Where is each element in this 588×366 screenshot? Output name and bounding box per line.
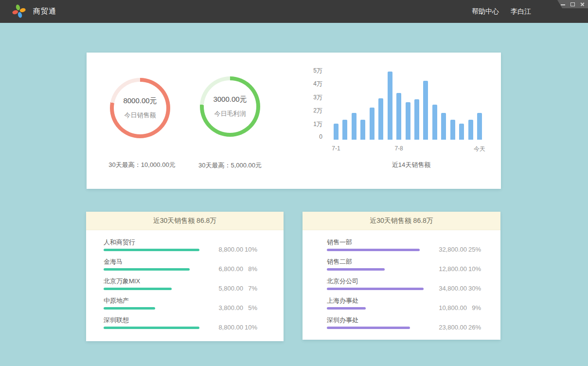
minimize-icon[interactable] bbox=[560, 1, 566, 7]
maximize-icon[interactable] bbox=[570, 1, 575, 7]
row-percent: 9% bbox=[467, 304, 481, 311]
daily-sales-bar bbox=[432, 105, 437, 140]
daily-sales-bar bbox=[459, 124, 464, 140]
today-profit-donut-center: 3000.00元 今日毛利润 bbox=[204, 80, 256, 133]
daily-sales-bar bbox=[352, 113, 356, 140]
y-axis-tick-label: 3万 bbox=[298, 93, 322, 102]
row-percent: 7% bbox=[243, 285, 257, 292]
sales-list-row: 上海办事处10,800.009% bbox=[327, 296, 481, 310]
y-axis-tick-label: 0 bbox=[298, 133, 322, 140]
departments-row-list: 销售一部32,800.0025%销售二部12,800.0010%北京分公司34,… bbox=[303, 230, 500, 329]
row-figures: 34,800.0030% bbox=[428, 285, 481, 292]
today-overview-card: 8000.00元 今日销售额 30天最高：10,000.00元 3000.00元… bbox=[87, 53, 501, 189]
sales-list-row: 北京万象MIX5,800.007% bbox=[104, 277, 257, 290]
row-figures: 5,800.007% bbox=[204, 285, 257, 292]
row-bar bbox=[104, 327, 199, 329]
sales-14d-x-axis: 7-17-8今天 bbox=[334, 145, 482, 153]
header-nav: 帮助中心 李白江 bbox=[472, 0, 531, 23]
row-label: 北京分公司 bbox=[327, 277, 358, 286]
today-sales-donut-center: 8000.00元 今日销售额 bbox=[114, 82, 166, 134]
x-axis-tick-label: 7-8 bbox=[394, 145, 403, 152]
daily-sales-bar bbox=[468, 120, 473, 140]
daily-sales-bar bbox=[334, 124, 339, 140]
row-percent: 10% bbox=[467, 265, 481, 273]
row-bar bbox=[327, 249, 420, 251]
daily-sales-bar bbox=[450, 120, 455, 140]
daily-sales-bar bbox=[370, 108, 374, 140]
row-bar bbox=[104, 249, 199, 251]
row-percent: 30% bbox=[467, 285, 481, 292]
daily-sales-bar bbox=[360, 120, 365, 140]
row-bar bbox=[327, 288, 424, 290]
row-percent: 10% bbox=[243, 246, 257, 253]
daily-sales-bar bbox=[477, 113, 482, 140]
help-center-link[interactable]: 帮助中心 bbox=[472, 7, 499, 16]
row-figures: 23,800.0026% bbox=[428, 324, 481, 331]
row-label: 北京万象MIX bbox=[104, 277, 140, 286]
row-bar bbox=[327, 327, 410, 329]
row-value: 10,800.00 bbox=[428, 304, 467, 311]
sales-14d-bar-chart bbox=[334, 71, 482, 140]
row-value: 6,800.00 bbox=[204, 265, 243, 273]
row-percent: 8% bbox=[243, 265, 257, 273]
today-profit-donut: 3000.00元 今日毛利润 bbox=[200, 76, 260, 137]
sales-list-row: 深圳办事处23,800.0026% bbox=[327, 316, 481, 329]
row-value: 23,800.00 bbox=[428, 324, 467, 331]
row-label: 中原地产 bbox=[104, 296, 129, 305]
row-label: 销售一部 bbox=[327, 238, 352, 247]
y-axis-tick-label: 4万 bbox=[298, 80, 322, 88]
row-label: 人和商贸行 bbox=[104, 238, 135, 247]
today-profit-value: 3000.00元 bbox=[213, 95, 247, 104]
app-title: 商贸通 bbox=[33, 0, 56, 23]
daily-sales-bar bbox=[342, 120, 347, 140]
app-header: 商贸通 帮助中心 李白江 bbox=[0, 0, 588, 23]
sales-list-row: 深圳联想8,800.0010% bbox=[104, 316, 257, 329]
row-label: 深圳联想 bbox=[104, 316, 129, 325]
row-figures: 32,800.0025% bbox=[428, 246, 481, 253]
row-figures: 3,800.005% bbox=[204, 304, 257, 311]
row-value: 34,800.00 bbox=[428, 285, 467, 292]
customers-row-list: 人和商贸行8,800.0010%金海马6,800.008%北京万象MIX5,80… bbox=[86, 230, 284, 329]
row-percent: 10% bbox=[243, 324, 257, 331]
row-label: 金海马 bbox=[104, 257, 123, 266]
today-sales-value: 8000.00元 bbox=[123, 96, 157, 106]
sales-list-row: 中原地产3,800.005% bbox=[104, 296, 257, 310]
row-value: 8,800.00 bbox=[204, 324, 243, 331]
customers-card-title: 近30天销售额 86.8万 bbox=[153, 217, 217, 225]
daily-sales-bar bbox=[378, 98, 383, 140]
row-value: 5,800.00 bbox=[204, 285, 243, 292]
row-percent: 5% bbox=[243, 304, 257, 311]
row-figures: 12,800.0010% bbox=[428, 265, 481, 273]
row-label: 深圳办事处 bbox=[327, 316, 358, 325]
sales-list-row: 销售二部12,800.0010% bbox=[327, 257, 481, 271]
row-figures: 8,800.0010% bbox=[204, 246, 257, 253]
sales-list-row: 销售一部32,800.0025% bbox=[327, 238, 481, 251]
row-figures: 10,800.009% bbox=[428, 304, 481, 311]
today-sales-donut: 8000.00元 今日销售额 bbox=[110, 78, 170, 138]
y-axis-tick-label: 2万 bbox=[298, 107, 322, 115]
row-bar bbox=[104, 268, 190, 271]
x-axis-tick-label: 7-1 bbox=[332, 145, 340, 152]
customers-sales-card: 近30天销售额 86.8万 人和商贸行8,800.0010%金海马6,800.0… bbox=[86, 212, 284, 341]
row-value: 8,800.00 bbox=[204, 246, 243, 253]
row-bar bbox=[104, 288, 172, 290]
close-icon[interactable] bbox=[580, 1, 585, 7]
row-value: 12,800.00 bbox=[428, 265, 467, 273]
row-value: 32,800.00 bbox=[428, 246, 467, 253]
row-value: 3,800.00 bbox=[204, 304, 243, 311]
row-label: 销售二部 bbox=[327, 257, 352, 266]
row-bar bbox=[327, 268, 385, 271]
user-name-link[interactable]: 李白江 bbox=[511, 7, 531, 16]
today-profit-max-label: 30天最高：5,000.00元 bbox=[181, 161, 279, 170]
row-figures: 6,800.008% bbox=[204, 265, 257, 273]
sales-14d-chart-title: 近14天销售额 bbox=[337, 161, 485, 169]
today-sales-max-label: 30天最高：10,000.00元 bbox=[93, 161, 191, 169]
sales-list-row: 北京分公司34,800.0030% bbox=[327, 277, 481, 290]
departments-sales-card: 近30天销售额 86.8万 销售一部32,800.0025%销售二部12,800… bbox=[303, 212, 500, 340]
daily-sales-bar bbox=[406, 102, 410, 140]
departments-card-title: 近30天销售额 86.8万 bbox=[370, 217, 433, 225]
row-percent: 26% bbox=[467, 324, 481, 331]
sales-14d-y-axis: 01万2万3万4万5万 bbox=[298, 53, 322, 189]
today-sales-label: 今日销售额 bbox=[125, 111, 156, 120]
row-bar bbox=[327, 307, 366, 310]
